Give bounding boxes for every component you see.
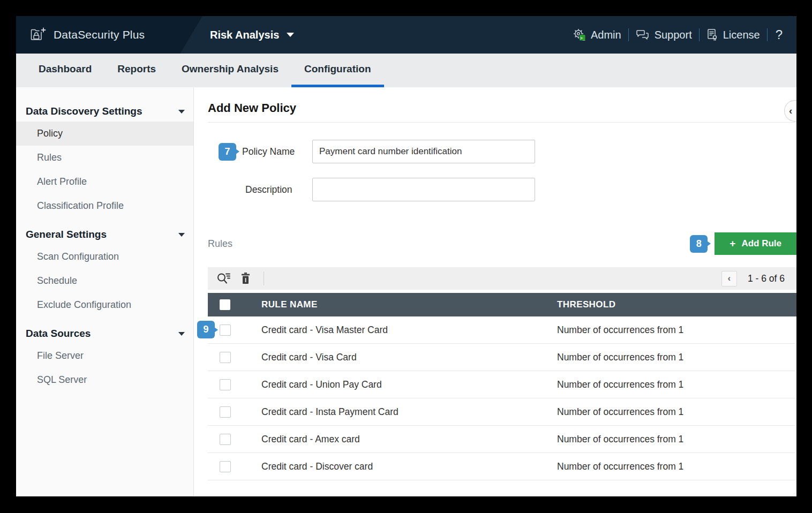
title-divider: [208, 122, 796, 123]
tab-ownership-analysis[interactable]: Ownership Analysis: [169, 54, 291, 87]
logo-section: DataSecurity Plus: [16, 16, 202, 54]
tab-reports[interactable]: Reports: [104, 54, 169, 87]
tab-configuration[interactable]: Configuration: [291, 54, 384, 87]
page-title: Add New Policy: [208, 101, 796, 115]
column-header-threshold: THRESHOLD: [557, 299, 796, 310]
select-all-checkbox[interactable]: [220, 299, 230, 310]
threshold-cell: Number of occurrences from 1: [557, 379, 796, 390]
chevron-down-icon: [178, 233, 185, 237]
sidebar-group-general-settings[interactable]: General Settings: [16, 224, 193, 245]
sidebar-item-exclude-configuration[interactable]: Exclude Configuration: [16, 293, 193, 317]
description-label: Description: [208, 184, 292, 195]
sidebar-item-classification-profile[interactable]: Classification Profile: [16, 194, 193, 218]
sidebar-item-sql-server[interactable]: SQL Server: [16, 368, 193, 392]
app-title: DataSecurity Plus: [54, 28, 145, 41]
row-checkbox[interactable]: [220, 434, 231, 445]
sidebar-item-rules[interactable]: Rules: [16, 146, 193, 170]
svg-text:>_: >_: [580, 36, 585, 41]
header-divider: [628, 28, 629, 41]
description-input[interactable]: [312, 178, 535, 201]
rules-toolbar: ‹ 1 - 6 of 6: [208, 267, 796, 290]
sidebar-group-data-discovery-settings[interactable]: Data Discovery Settings: [16, 101, 193, 122]
rule-name-cell: Credit card - Amex card: [261, 434, 557, 445]
row-checkbox[interactable]: [220, 461, 231, 472]
rule-name-cell: Credit card - Insta Payment Card: [261, 406, 557, 418]
sidebar-item-alert-profile[interactable]: Alert Profile: [16, 170, 193, 194]
header-links: >_ Admin Support: [573, 27, 784, 42]
chevron-down-icon: [178, 110, 185, 114]
row-checkbox[interactable]: [220, 379, 231, 390]
row-checkbox[interactable]: [220, 325, 231, 336]
sidebar-item-file-server[interactable]: File Server: [16, 344, 193, 368]
chat-bubbles-icon: [636, 29, 650, 41]
add-rule-label: Add Rule: [741, 238, 781, 249]
previous-page-button[interactable]: ‹: [721, 271, 737, 286]
callout-badge-8: 8: [690, 235, 708, 253]
policy-name-row: 7 Policy Name: [208, 140, 796, 163]
header-divider: [699, 28, 700, 41]
delete-icon[interactable]: [240, 273, 251, 284]
table-row: Credit card - Visa Card Number of occurr…: [208, 344, 796, 371]
module-name: Risk Analysis: [210, 29, 279, 41]
row-checkbox[interactable]: [220, 352, 231, 363]
license-certificate-icon: [706, 28, 718, 41]
row-checkbox[interactable]: [220, 406, 231, 418]
rules-header-row: Rules 8 + Add Rule: [208, 232, 796, 255]
chevron-left-icon: ‹: [789, 105, 792, 117]
admin-label: Admin: [591, 29, 621, 41]
pagination: ‹ 1 - 6 of 6: [721, 271, 785, 286]
tab-dashboard[interactable]: Dashboard: [26, 54, 104, 87]
policy-name-input[interactable]: [312, 140, 535, 163]
threshold-cell: Number of occurrences from 1: [557, 461, 796, 472]
main-nav: Dashboard Reports Ownership Analysis Con…: [16, 54, 796, 87]
rule-name-cell: Credit card - Visa Master Card: [261, 325, 557, 336]
chevron-down-icon: [178, 332, 185, 336]
help-button[interactable]: ?: [775, 27, 784, 42]
threshold-cell: Number of occurrences from 1: [557, 434, 796, 445]
top-header: DataSecurity Plus Risk Analysis >_: [16, 16, 796, 54]
threshold-cell: Number of occurrences from 1: [557, 352, 796, 363]
column-header-rule-name: RULE NAME: [261, 299, 557, 310]
rules-table-header: RULE NAME THRESHOLD: [208, 293, 796, 316]
add-rule-button[interactable]: + Add Rule: [715, 232, 796, 255]
callout-badge-9: 9: [197, 321, 215, 338]
rule-name-cell: Credit card - Visa Card: [261, 352, 557, 363]
module-switcher[interactable]: Risk Analysis: [210, 29, 294, 41]
sidebar-item-schedule[interactable]: Schedule: [16, 269, 193, 293]
license-menu[interactable]: License: [706, 28, 760, 41]
support-menu[interactable]: Support: [636, 29, 692, 41]
license-label: License: [723, 29, 760, 41]
callout-badge-7: 7: [219, 143, 236, 161]
folder-lock-plus-icon: [30, 27, 46, 42]
app-window: DataSecurity Plus Risk Analysis >_: [16, 16, 796, 496]
table-row: Credit card - Amex card Number of occurr…: [208, 426, 796, 453]
settings-sidebar: Data Discovery Settings Policy Rules Ale…: [16, 87, 194, 496]
support-label: Support: [655, 29, 692, 41]
admin-menu[interactable]: >_ Admin: [573, 28, 621, 41]
sidebar-item-policy[interactable]: Policy: [16, 122, 193, 146]
plus-icon: +: [730, 238, 735, 250]
toolbar-divider: [264, 271, 264, 285]
search-filter-icon[interactable]: [216, 272, 231, 285]
table-row: Credit card - Insta Payment Card Number …: [208, 398, 796, 426]
threshold-cell: Number of occurrences from 1: [557, 406, 796, 418]
rule-name-cell: Credit card - Discover card: [261, 461, 557, 472]
table-row: Credit card - Discover card Number of oc…: [208, 453, 796, 480]
table-row: 9 Credit card - Visa Master Card Number …: [208, 316, 796, 344]
rule-name-cell: Credit card - Union Pay Card: [261, 379, 557, 390]
sidebar-group-data-sources[interactable]: Data Sources: [16, 323, 193, 344]
description-row: Description: [208, 178, 796, 201]
rules-section-label: Rules: [208, 238, 232, 250]
header-divider: [767, 28, 768, 41]
chevron-down-icon: [287, 33, 294, 37]
threshold-cell: Number of occurrences from 1: [557, 325, 796, 336]
table-row: Credit card - Union Pay Card Number of o…: [208, 371, 796, 398]
main-content: ‹ Add New Policy 7 Policy Name Descripti…: [194, 87, 796, 496]
pagination-range: 1 - 6 of 6: [748, 273, 785, 284]
gear-terminal-icon: >_: [573, 28, 586, 41]
sidebar-item-scan-configuration[interactable]: Scan Configuration: [16, 245, 193, 269]
